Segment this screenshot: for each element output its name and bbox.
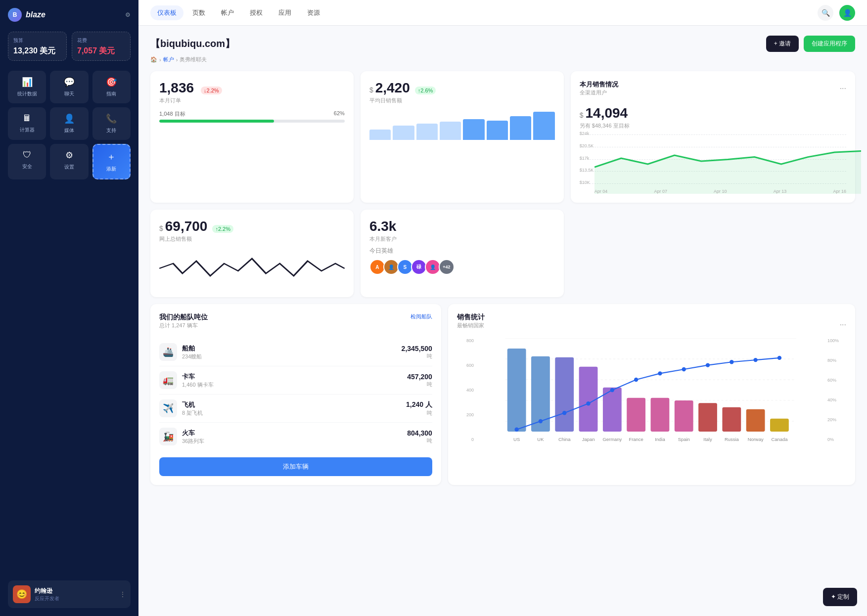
sidebar-item-label-chat: 聊天 <box>64 90 74 97</box>
sidebar-item-label-settings: 设置 <box>64 164 74 171</box>
mini-bar-2 <box>393 126 414 140</box>
user-menu-icon[interactable]: ⋮ <box>120 591 126 598</box>
sidebar-item-chat[interactable]: 💬 聊天 <box>50 71 88 103</box>
sales-stats-header: 销售统计 最畅销国家 ··· <box>457 313 846 336</box>
fleet-title: 我们的船队吨位 <box>159 313 208 322</box>
x-UK: UK <box>537 437 544 442</box>
breadcrumb-accounts[interactable]: 帐户 <box>163 56 174 63</box>
media-icon: 👤 <box>64 113 75 124</box>
customize-button[interactable]: ✦ 定制 <box>823 588 857 606</box>
bar-Norway <box>746 409 765 432</box>
y-left-800: 800 <box>457 338 474 343</box>
x-Italy: Italy <box>703 437 712 442</box>
daily-sales-card: $ 2,420 ↑2.6% 平均日销售额 <box>361 71 564 203</box>
add-vehicle-button[interactable]: 添加车辆 <box>159 457 432 476</box>
mini-bar-1 <box>369 130 391 140</box>
sidebar-item-media[interactable]: 👤 媒体 <box>50 107 88 140</box>
content: 【biqubiqu.com】 + 邀请 创建应用程序 🏠 › 帐户 › 奥弗维耶… <box>138 26 867 616</box>
fleet-plane-unit: 吨 <box>406 409 432 417</box>
page-header: 【biqubiqu.com】 + 邀请 创建应用程序 <box>150 36 855 52</box>
tab-accounts[interactable]: 帐户 <box>214 5 241 20</box>
budget-section: 预算 13,230 美元 花费 7,057 美元 <box>8 32 131 61</box>
monthly-sales-sub: 全渠道用户 <box>580 89 618 96</box>
fleet-plane-num: 1,240 人 <box>406 400 432 409</box>
mini-bar-4 <box>440 122 461 140</box>
search-button[interactable]: 🔍 <box>818 5 833 21</box>
total-sales-number: 69,700 <box>165 219 208 234</box>
x-label-2: Apr 07 <box>654 189 667 194</box>
tab-auth[interactable]: 授权 <box>243 5 270 20</box>
invite-button[interactable]: + 邀请 <box>766 36 799 52</box>
user-role: 反应开发者 <box>35 595 59 602</box>
x-Canada: Canada <box>771 437 788 442</box>
x-label-1: Apr 04 <box>594 189 608 194</box>
fleet-truck-info: 卡车 1,460 辆卡车 <box>182 372 214 389</box>
x-Russia: Russia <box>725 437 739 442</box>
orders-badge: ↓2.2% <box>201 87 222 94</box>
monthly-prefix: $ <box>580 111 584 119</box>
tab-pages[interactable]: 页数 <box>185 5 212 20</box>
sidebar-settings-icon[interactable]: ⚙ <box>125 11 131 18</box>
y-right-0: 0% <box>827 437 846 442</box>
sidebar-item-label-add: 添新 <box>106 166 116 173</box>
x-China: China <box>558 437 571 442</box>
tab-dashboard[interactable]: 仪表板 <box>150 5 183 20</box>
sidebar-item-label-calculator: 计算器 <box>20 127 35 133</box>
y-right-100: 100% <box>827 338 846 343</box>
new-customers-number: 6.3k <box>369 219 397 234</box>
budget-card: 预算 13,230 美元 <box>8 32 67 61</box>
orders-label: 本月订单 <box>159 97 345 104</box>
support-icon: 📞 <box>106 113 117 124</box>
tab-apps[interactable]: 应用 <box>272 5 298 20</box>
breadcrumb-home[interactable]: 🏠 <box>150 56 157 63</box>
sidebar-item-security[interactable]: 🛡 安全 <box>8 144 46 179</box>
create-app-button[interactable]: 创建应用程序 <box>804 36 855 52</box>
mini-bar-6 <box>487 121 508 140</box>
sidebar-item-add[interactable]: ＋ 添新 <box>92 144 131 179</box>
hero-avatars: A 👤 S 碌 👤 +42 <box>369 259 555 275</box>
fleet-link[interactable]: 检阅船队 <box>411 313 432 320</box>
expense-card: 花费 7,057 美元 <box>72 32 131 61</box>
fleet-item-train: 🚂 火车 36路列车 804,300 吨 <box>159 423 432 450</box>
progress-bar <box>159 120 345 123</box>
bar-Canada <box>770 419 789 432</box>
sidebar: B blaze ⚙ 预算 13,230 美元 花费 7,057 美元 📊 统计数… <box>0 0 138 616</box>
bar-France <box>627 398 645 432</box>
sidebar-item-support[interactable]: 📞 支持 <box>92 107 131 140</box>
fleet-train-num: 804,300 <box>407 429 432 437</box>
analytics-icon: 📊 <box>22 77 33 88</box>
fleet-plane-count: 8 架飞机 <box>182 409 203 417</box>
x-Norway: Norway <box>748 437 764 442</box>
tab-resources[interactable]: 资源 <box>300 5 327 20</box>
sidebar-header: B blaze ⚙ <box>8 8 131 22</box>
x-Japan: Japan <box>582 437 595 442</box>
bar-India <box>650 398 669 432</box>
fleet-train-unit: 吨 <box>407 437 432 444</box>
security-icon: 🛡 <box>23 150 32 160</box>
orders-number: 1,836 <box>159 80 194 96</box>
expense-value: 7,057 美元 <box>77 46 125 55</box>
logo-text: blaze <box>26 10 46 19</box>
sidebar-item-settings[interactable]: ⚙ 设置 <box>50 144 88 179</box>
fleet-ship-value: 2,345,500 吨 <box>402 345 432 360</box>
fleet-header: 我们的船队吨位 总计 1,247 辆车 检阅船队 <box>159 313 432 336</box>
sidebar-item-calculator[interactable]: 🖩 计算器 <box>8 107 46 140</box>
fleet-item-plane: ✈️ 飞机 8 架飞机 1,240 人 吨 <box>159 395 432 423</box>
logo-icon: B <box>8 8 22 22</box>
sales-stats-title: 销售统计 <box>457 313 485 322</box>
sales-stats-more[interactable]: ··· <box>840 320 846 329</box>
top-nav: 仪表板 页数 帐户 授权 应用 资源 🔍 👤 <box>138 0 867 26</box>
fleet-subtitle: 总计 1,247 辆车 <box>159 322 208 329</box>
breadcrumb-current: 奥弗维耶夫 <box>180 56 207 63</box>
monthly-sales-more[interactable]: ··· <box>840 84 846 93</box>
y-left-200: 200 <box>457 412 474 417</box>
line-dot-Germany <box>610 388 614 392</box>
bar-Italy <box>698 403 717 432</box>
main: 仪表板 页数 帐户 授权 应用 资源 🔍 👤 【biqubiqu.com】 + … <box>138 0 867 616</box>
sidebar-item-analytics[interactable]: 📊 统计数据 <box>8 71 46 103</box>
daily-sales-badge: ↑2.6% <box>415 87 436 94</box>
guide-icon: 🎯 <box>106 77 117 88</box>
sidebar-item-guide[interactable]: 🎯 指南 <box>92 71 131 103</box>
stats-bottom-row: $ 69,700 ↑2.2% 网上总销售额 6.3k 本月新客户 今日英雄 <box>150 210 855 297</box>
user-profile-button[interactable]: 👤 <box>839 5 855 21</box>
